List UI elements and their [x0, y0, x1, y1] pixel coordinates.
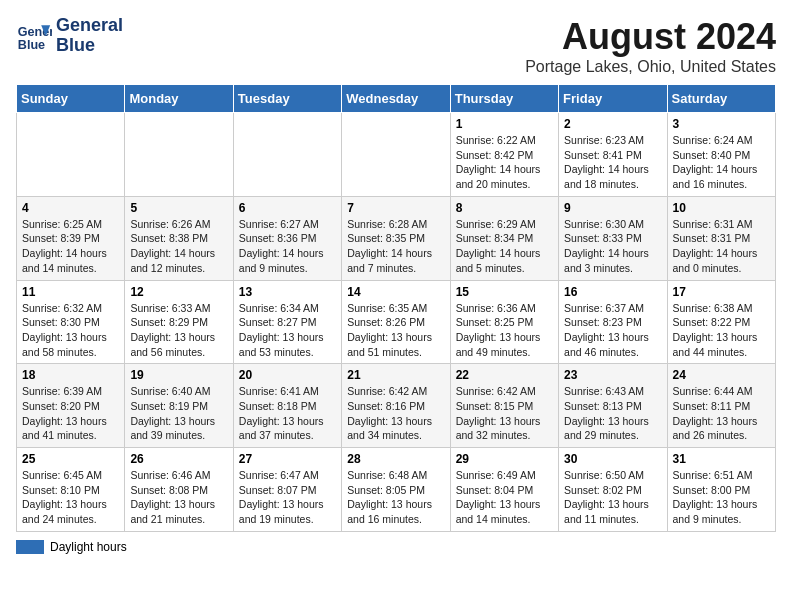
day-number: 21: [347, 368, 444, 382]
day-info: Sunrise: 6:50 AM Sunset: 8:02 PM Dayligh…: [564, 468, 661, 527]
day-number: 13: [239, 285, 336, 299]
day-number: 3: [673, 117, 770, 131]
day-number: 17: [673, 285, 770, 299]
calendar-week-row: 11Sunrise: 6:32 AM Sunset: 8:30 PM Dayli…: [17, 280, 776, 364]
day-info: Sunrise: 6:32 AM Sunset: 8:30 PM Dayligh…: [22, 301, 119, 360]
day-number: 30: [564, 452, 661, 466]
calendar-day-cell: 9Sunrise: 6:30 AM Sunset: 8:33 PM Daylig…: [559, 196, 667, 280]
calendar-day-cell: 4Sunrise: 6:25 AM Sunset: 8:39 PM Daylig…: [17, 196, 125, 280]
day-number: 4: [22, 201, 119, 215]
calendar-day-cell: 28Sunrise: 6:48 AM Sunset: 8:05 PM Dayli…: [342, 448, 450, 532]
legend: Daylight hours: [16, 540, 776, 554]
day-number: 29: [456, 452, 553, 466]
day-number: 18: [22, 368, 119, 382]
logo-icon: General Blue: [16, 18, 52, 54]
calendar-day-cell: 26Sunrise: 6:46 AM Sunset: 8:08 PM Dayli…: [125, 448, 233, 532]
day-number: 22: [456, 368, 553, 382]
calendar-header-row: SundayMondayTuesdayWednesdayThursdayFrid…: [17, 85, 776, 113]
calendar-day-cell: 3Sunrise: 6:24 AM Sunset: 8:40 PM Daylig…: [667, 113, 775, 197]
day-number: 24: [673, 368, 770, 382]
day-info: Sunrise: 6:36 AM Sunset: 8:25 PM Dayligh…: [456, 301, 553, 360]
calendar-day-cell: 12Sunrise: 6:33 AM Sunset: 8:29 PM Dayli…: [125, 280, 233, 364]
day-number: 9: [564, 201, 661, 215]
day-number: 25: [22, 452, 119, 466]
day-number: 15: [456, 285, 553, 299]
day-info: Sunrise: 6:31 AM Sunset: 8:31 PM Dayligh…: [673, 217, 770, 276]
day-number: 8: [456, 201, 553, 215]
calendar-day-cell: 6Sunrise: 6:27 AM Sunset: 8:36 PM Daylig…: [233, 196, 341, 280]
calendar-day-cell: [125, 113, 233, 197]
calendar-day-cell: 5Sunrise: 6:26 AM Sunset: 8:38 PM Daylig…: [125, 196, 233, 280]
title-area: August 2024 Portage Lakes, Ohio, United …: [525, 16, 776, 76]
day-info: Sunrise: 6:25 AM Sunset: 8:39 PM Dayligh…: [22, 217, 119, 276]
day-info: Sunrise: 6:47 AM Sunset: 8:07 PM Dayligh…: [239, 468, 336, 527]
calendar-day-cell: 21Sunrise: 6:42 AM Sunset: 8:16 PM Dayli…: [342, 364, 450, 448]
calendar-day-cell: 11Sunrise: 6:32 AM Sunset: 8:30 PM Dayli…: [17, 280, 125, 364]
day-number: 1: [456, 117, 553, 131]
calendar-day-cell: 31Sunrise: 6:51 AM Sunset: 8:00 PM Dayli…: [667, 448, 775, 532]
day-info: Sunrise: 6:38 AM Sunset: 8:22 PM Dayligh…: [673, 301, 770, 360]
calendar-weekday-header: Monday: [125, 85, 233, 113]
day-number: 2: [564, 117, 661, 131]
calendar-week-row: 25Sunrise: 6:45 AM Sunset: 8:10 PM Dayli…: [17, 448, 776, 532]
logo-line1: General: [56, 16, 123, 36]
day-info: Sunrise: 6:29 AM Sunset: 8:34 PM Dayligh…: [456, 217, 553, 276]
calendar-weekday-header: Sunday: [17, 85, 125, 113]
calendar-day-cell: 19Sunrise: 6:40 AM Sunset: 8:19 PM Dayli…: [125, 364, 233, 448]
day-info: Sunrise: 6:42 AM Sunset: 8:15 PM Dayligh…: [456, 384, 553, 443]
calendar-day-cell: 24Sunrise: 6:44 AM Sunset: 8:11 PM Dayli…: [667, 364, 775, 448]
calendar-day-cell: 1Sunrise: 6:22 AM Sunset: 8:42 PM Daylig…: [450, 113, 558, 197]
calendar-day-cell: 22Sunrise: 6:42 AM Sunset: 8:15 PM Dayli…: [450, 364, 558, 448]
day-info: Sunrise: 6:30 AM Sunset: 8:33 PM Dayligh…: [564, 217, 661, 276]
day-info: Sunrise: 6:46 AM Sunset: 8:08 PM Dayligh…: [130, 468, 227, 527]
day-info: Sunrise: 6:51 AM Sunset: 8:00 PM Dayligh…: [673, 468, 770, 527]
calendar-day-cell: 10Sunrise: 6:31 AM Sunset: 8:31 PM Dayli…: [667, 196, 775, 280]
logo: General Blue General Blue: [16, 16, 123, 56]
calendar-week-row: 18Sunrise: 6:39 AM Sunset: 8:20 PM Dayli…: [17, 364, 776, 448]
calendar-weekday-header: Tuesday: [233, 85, 341, 113]
day-number: 20: [239, 368, 336, 382]
day-info: Sunrise: 6:49 AM Sunset: 8:04 PM Dayligh…: [456, 468, 553, 527]
calendar-day-cell: 14Sunrise: 6:35 AM Sunset: 8:26 PM Dayli…: [342, 280, 450, 364]
calendar-day-cell: 16Sunrise: 6:37 AM Sunset: 8:23 PM Dayli…: [559, 280, 667, 364]
day-number: 6: [239, 201, 336, 215]
calendar-day-cell: 27Sunrise: 6:47 AM Sunset: 8:07 PM Dayli…: [233, 448, 341, 532]
day-number: 27: [239, 452, 336, 466]
legend-label: Daylight hours: [50, 540, 127, 554]
day-number: 10: [673, 201, 770, 215]
calendar-week-row: 4Sunrise: 6:25 AM Sunset: 8:39 PM Daylig…: [17, 196, 776, 280]
day-info: Sunrise: 6:24 AM Sunset: 8:40 PM Dayligh…: [673, 133, 770, 192]
day-info: Sunrise: 6:48 AM Sunset: 8:05 PM Dayligh…: [347, 468, 444, 527]
day-info: Sunrise: 6:27 AM Sunset: 8:36 PM Dayligh…: [239, 217, 336, 276]
day-info: Sunrise: 6:33 AM Sunset: 8:29 PM Dayligh…: [130, 301, 227, 360]
calendar-day-cell: [17, 113, 125, 197]
calendar-day-cell: [342, 113, 450, 197]
day-info: Sunrise: 6:42 AM Sunset: 8:16 PM Dayligh…: [347, 384, 444, 443]
calendar-day-cell: 23Sunrise: 6:43 AM Sunset: 8:13 PM Dayli…: [559, 364, 667, 448]
day-number: 26: [130, 452, 227, 466]
day-number: 16: [564, 285, 661, 299]
day-info: Sunrise: 6:43 AM Sunset: 8:13 PM Dayligh…: [564, 384, 661, 443]
calendar-week-row: 1Sunrise: 6:22 AM Sunset: 8:42 PM Daylig…: [17, 113, 776, 197]
calendar-day-cell: 17Sunrise: 6:38 AM Sunset: 8:22 PM Dayli…: [667, 280, 775, 364]
calendar-day-cell: 7Sunrise: 6:28 AM Sunset: 8:35 PM Daylig…: [342, 196, 450, 280]
day-info: Sunrise: 6:34 AM Sunset: 8:27 PM Dayligh…: [239, 301, 336, 360]
calendar-day-cell: 30Sunrise: 6:50 AM Sunset: 8:02 PM Dayli…: [559, 448, 667, 532]
day-info: Sunrise: 6:35 AM Sunset: 8:26 PM Dayligh…: [347, 301, 444, 360]
day-info: Sunrise: 6:23 AM Sunset: 8:41 PM Dayligh…: [564, 133, 661, 192]
day-number: 23: [564, 368, 661, 382]
day-number: 19: [130, 368, 227, 382]
calendar-weekday-header: Thursday: [450, 85, 558, 113]
svg-text:Blue: Blue: [18, 37, 45, 51]
day-info: Sunrise: 6:22 AM Sunset: 8:42 PM Dayligh…: [456, 133, 553, 192]
day-info: Sunrise: 6:39 AM Sunset: 8:20 PM Dayligh…: [22, 384, 119, 443]
legend-color-box: [16, 540, 44, 554]
day-info: Sunrise: 6:26 AM Sunset: 8:38 PM Dayligh…: [130, 217, 227, 276]
page-title: August 2024: [525, 16, 776, 58]
calendar-weekday-header: Friday: [559, 85, 667, 113]
logo-line2: Blue: [56, 36, 123, 56]
day-number: 11: [22, 285, 119, 299]
calendar-day-cell: 2Sunrise: 6:23 AM Sunset: 8:41 PM Daylig…: [559, 113, 667, 197]
day-number: 28: [347, 452, 444, 466]
header: General Blue General Blue August 2024 Po…: [16, 16, 776, 76]
